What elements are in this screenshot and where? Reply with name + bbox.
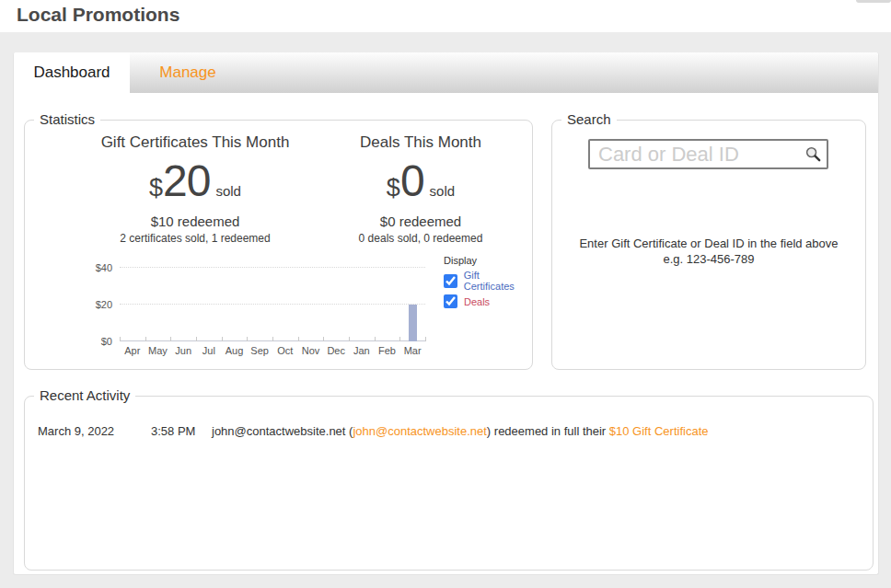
chart-display-legend: Display Gift Certificates Deals [444, 255, 532, 311]
deals-detail-text: 0 deals sold, 0 redeemed [329, 232, 513, 245]
chart-xtick [120, 337, 121, 341]
search-help-line1: Enter Gift Certificate or Deal ID in the… [552, 236, 865, 251]
chart-xtick [349, 337, 350, 341]
chart-month-label: Oct [272, 345, 298, 356]
chart-xtick [145, 337, 146, 341]
gift-stat-title: Gift Certificates This Month [34, 133, 356, 152]
activity-text-before: john@contactwebsite.net ( [212, 424, 353, 438]
recent-activity-legend: Recent Activity [34, 387, 135, 403]
gift-stat-amount: $20sold [34, 161, 356, 202]
recent-activity-section: Recent Activity March 9, 2022 3:58 PM jo… [24, 396, 874, 571]
chart-xtick [323, 337, 324, 341]
search-input-wrap [588, 139, 828, 169]
tab-dashboard[interactable]: Dashboard [14, 52, 130, 93]
page-title: Local Promotions [17, 4, 179, 26]
chart-month-label: Jan [349, 345, 375, 356]
activity-text: john@contactwebsite.net (john@contactweb… [212, 424, 708, 438]
activity-certificate-link[interactable]: $10 Gift Certificate [609, 424, 709, 438]
gift-certificates-checkbox[interactable] [444, 274, 457, 288]
gift-certificates-checkbox-label: Gift Certificates [464, 270, 532, 292]
deals-stat-amount: $0sold [329, 161, 513, 202]
chart-xtick [298, 337, 299, 341]
chart-ytick-label: $20 [96, 299, 112, 310]
search-help-line2: e.g. 123-456-789 [552, 251, 865, 267]
search-section: Search Enter Gift Certificate or Deal ID… [551, 120, 866, 370]
chart-month-label: Feb [375, 345, 400, 356]
gift-amount-value: 20 [163, 161, 210, 201]
tab-manage[interactable]: Manage [130, 52, 246, 93]
search-input[interactable] [588, 139, 828, 169]
deals-checkbox-label: Deals [464, 296, 490, 307]
activity-email-link[interactable]: john@contactwebsite.net [353, 424, 486, 438]
chart-xtick [425, 337, 426, 341]
deals-redeemed-text: $0 redeemed [329, 213, 513, 229]
chart-gridline [120, 267, 425, 268]
activity-date: March 9, 2022 [38, 424, 114, 438]
deals-currency-symbol: $ [387, 174, 400, 202]
monthly-sales-chart: $0$20$40AprMayJunJulAugSepOctNovDecJanFe… [120, 268, 425, 341]
chart-ytick-label: $40 [96, 262, 112, 273]
chart-month-label: Aug [222, 345, 248, 356]
statistics-legend: Statistics [34, 111, 100, 127]
search-legend: Search [561, 111, 617, 127]
chart-xtick [196, 337, 197, 341]
chart-month-label: Sep [247, 345, 272, 356]
activity-time: 3:58 PM [151, 424, 195, 438]
chart-month-label: Nov [298, 345, 324, 356]
chart-month-label: May [145, 345, 171, 356]
chart-month-label: Jun [170, 345, 196, 356]
chart-bar-gift-certificates [409, 305, 417, 341]
display-legend-title: Display [444, 255, 532, 266]
gift-sold-label: sold [215, 183, 241, 199]
deals-stat: Deals This Month $0sold $0 redeemed 0 de… [329, 133, 513, 245]
statistics-section: Statistics Gift Certificates This Month … [24, 120, 533, 370]
top-right-partial-element [856, 0, 891, 3]
display-option-deals: Deals [444, 294, 532, 308]
chart-month-label: Jul [196, 345, 222, 356]
chart-xtick [375, 337, 376, 341]
gift-detail-text: 2 certificates sold, 1 redeemed [34, 232, 356, 245]
deals-stat-title: Deals This Month [329, 133, 513, 152]
display-option-gift-certificates: Gift Certificates [444, 270, 532, 292]
tab-bar: Dashboard Manage [14, 52, 878, 93]
chart-xtick [272, 337, 273, 341]
deals-sold-label: sold [430, 183, 456, 199]
chart-xtick [247, 337, 248, 341]
chart-month-label: Apr [120, 345, 145, 356]
deals-amount-value: 0 [400, 161, 424, 201]
gift-certificates-stat: Gift Certificates This Month $20sold $10… [34, 133, 356, 245]
activity-row: March 9, 2022 3:58 PM john@contactwebsit… [25, 424, 873, 443]
gift-redeemed-text: $10 redeemed [34, 213, 356, 229]
content-panel: Dashboard Manage Statistics Gift Certifi… [13, 52, 879, 575]
chart-xtick [399, 337, 400, 341]
chart-month-label: Dec [323, 345, 349, 356]
chart-xtick [222, 337, 223, 341]
deals-checkbox[interactable] [444, 294, 457, 308]
gift-currency-symbol: $ [149, 174, 163, 202]
chart-month-label: Mar [399, 345, 425, 356]
page-header: Local Promotions [0, 0, 891, 32]
chart-ytick-label: $0 [101, 336, 112, 347]
search-help-text: Enter Gift Certificate or Deal ID in the… [552, 236, 865, 267]
chart-xtick [170, 337, 171, 341]
chart-gridline [120, 304, 425, 305]
activity-text-middle: ) redeemed in full their [487, 424, 609, 438]
